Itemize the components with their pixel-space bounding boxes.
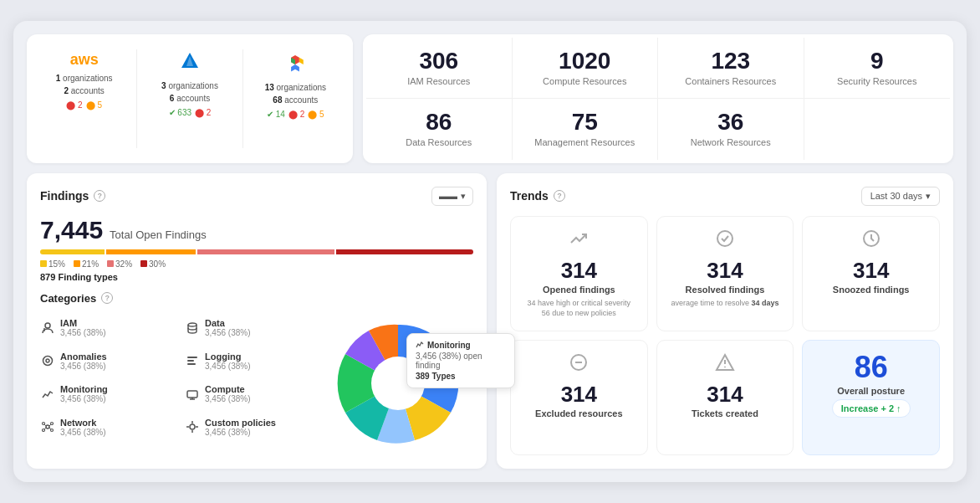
trends-help-icon[interactable]: ? bbox=[554, 190, 565, 202]
aws-orgs: 1 organizations2 accounts bbox=[56, 72, 113, 97]
custom-cat-name: Custom policies bbox=[205, 418, 316, 428]
findings-bar bbox=[40, 249, 473, 254]
iam-cat-name: IAM bbox=[60, 318, 171, 328]
trend-excluded: 314 Excluded resources bbox=[510, 340, 648, 455]
total-findings-row: 7,445 Total Open Findings bbox=[40, 216, 473, 244]
resource-iam: 306 IAM Resources bbox=[366, 38, 513, 99]
bar-chart-icon: ▬▬ bbox=[439, 191, 457, 201]
snoozed-num: 314 bbox=[853, 259, 889, 281]
cat-monitoring: Monitoring 3,456 (38%) bbox=[40, 379, 171, 409]
cat-network: Network 3,456 (38%) bbox=[40, 412, 171, 442]
svg-point-6 bbox=[46, 359, 49, 362]
categories-title: Categories ? bbox=[40, 292, 473, 305]
top-section: aws 1 organizations2 accounts ⬤ 2 ⬤ 5 bbox=[27, 34, 953, 163]
monitoring-cat-name: Monitoring bbox=[60, 384, 171, 394]
data-cat-count: 3,456 (38%) bbox=[205, 328, 316, 337]
network-cat-name: Network bbox=[60, 418, 171, 428]
bar-orange bbox=[106, 249, 197, 254]
increase-text: Increase + 2 ↑ bbox=[841, 403, 901, 413]
date-filter-label: Last 30 days bbox=[870, 191, 922, 201]
compute-cat-name: Compute bbox=[205, 384, 316, 394]
excluded-num: 314 bbox=[561, 383, 597, 405]
svg-line-21 bbox=[49, 428, 51, 429]
gcp-badge-orange: ⬤ 5 bbox=[308, 110, 324, 119]
compute-cat-count: 3,456 (38%) bbox=[205, 394, 316, 403]
cat-logging: Logging 3,456 (38%) bbox=[185, 346, 316, 376]
compute-info: Compute 3,456 (38%) bbox=[205, 384, 316, 403]
legend-red-dark: 30% bbox=[140, 259, 166, 269]
bar-red-light bbox=[197, 249, 334, 254]
anomalies-info: Anomalies 3,456 (38%) bbox=[60, 352, 171, 371]
network-cat-count: 3,456 (38%) bbox=[60, 428, 171, 437]
legend-red-light: 32% bbox=[107, 259, 132, 269]
resource-data: 86 Data Resources bbox=[366, 99, 513, 160]
containers-num: 123 bbox=[711, 49, 750, 73]
opened-label: Opened findings bbox=[543, 285, 615, 295]
azure-badge-green: ✔ 633 bbox=[169, 108, 191, 117]
dashboard: aws 1 organizations2 accounts ⬤ 2 ⬤ 5 bbox=[13, 21, 967, 482]
cloud-providers-panel: aws 1 organizations2 accounts ⬤ 2 ⬤ 5 bbox=[27, 34, 353, 163]
bar-legend: 15% 21% 32% 30% bbox=[40, 259, 473, 269]
network-label: Network Resources bbox=[691, 137, 771, 147]
findings-title: Findings bbox=[40, 189, 89, 203]
posture-label: Overall posture bbox=[837, 386, 905, 396]
monitoring-icon bbox=[40, 387, 55, 402]
trending-up-icon bbox=[569, 228, 589, 253]
trend-snoozed: 314 Snoozed findings bbox=[802, 216, 940, 331]
legend-yellow: 15% bbox=[40, 259, 65, 269]
iam-icon bbox=[40, 321, 55, 336]
logging-icon bbox=[185, 353, 200, 368]
gcp-orgs: 13 organizations68 accounts bbox=[265, 81, 326, 106]
minus-circle-icon bbox=[569, 352, 589, 377]
trend-tickets: 314 Tickets created bbox=[656, 340, 794, 455]
finding-types-num: 879 bbox=[40, 272, 55, 282]
iam-info: IAM 3,456 (38%) bbox=[60, 318, 171, 337]
network-info: Network 3,456 (38%) bbox=[60, 418, 171, 437]
anomalies-cat-name: Anomalies bbox=[60, 352, 171, 362]
cat-compute: Compute 3,456 (38%) bbox=[185, 379, 316, 409]
monitoring-cat-count: 3,456 (38%) bbox=[60, 394, 171, 403]
date-filter-button[interactable]: Last 30 days ▾ bbox=[861, 187, 940, 206]
legend-orange: 21% bbox=[74, 259, 99, 269]
svg-rect-9 bbox=[187, 363, 196, 365]
gcp-badge-red: ⬤ 2 bbox=[288, 110, 304, 119]
chevron-down-icon: ▾ bbox=[926, 191, 931, 202]
management-label: Management Resources bbox=[534, 137, 635, 147]
finding-types: 879 Finding types bbox=[40, 272, 473, 282]
categories-section: Categories ? IAM 3,456 (38%) bbox=[40, 292, 473, 450]
svg-line-20 bbox=[44, 428, 46, 429]
categories-help-icon[interactable]: ? bbox=[101, 292, 113, 304]
cat-anomalies: Anomalies 3,456 (38%) bbox=[40, 346, 171, 376]
findings-help-icon[interactable]: ? bbox=[94, 190, 105, 202]
findings-actions: ▬▬ ▾ bbox=[431, 187, 473, 206]
findings-panel: Findings ? ▬▬ ▾ 7,445 Total Open Finding… bbox=[27, 173, 487, 469]
gcp-logo bbox=[283, 51, 307, 78]
svg-point-5 bbox=[43, 357, 53, 366]
logging-cat-name: Logging bbox=[205, 352, 316, 362]
findings-total-num: 7,445 bbox=[40, 216, 103, 244]
svg-rect-10 bbox=[187, 391, 197, 398]
cat-iam: IAM 3,456 (38%) bbox=[40, 313, 171, 343]
divider-2 bbox=[242, 49, 243, 148]
chart-toggle-button[interactable]: ▬▬ ▾ bbox=[431, 187, 473, 206]
divider-1 bbox=[136, 49, 137, 148]
gcp-badge-green: ✔ 14 bbox=[267, 110, 285, 119]
pie-tooltip: Monitoring 3,456 (38%) open finding 389 … bbox=[406, 333, 515, 388]
svg-line-18 bbox=[44, 424, 46, 426]
data-icon bbox=[185, 321, 200, 336]
resource-management: 75 Management Resources bbox=[513, 99, 659, 160]
anomalies-cat-count: 3,456 (38%) bbox=[60, 362, 171, 371]
monitoring-info: Monitoring 3,456 (38%) bbox=[60, 384, 171, 403]
trend-opened: 314 Opened findings 34 have high or crit… bbox=[510, 216, 648, 331]
aws-badge-red: ⬤ 2 bbox=[66, 100, 82, 110]
resolved-label: Resolved findings bbox=[686, 285, 765, 295]
azure-badges: ✔ 633 ⬤ 2 bbox=[169, 108, 212, 117]
resource-security: 9 Security Resources bbox=[804, 38, 951, 99]
tickets-num: 314 bbox=[707, 383, 743, 405]
trend-posture: 86 Overall posture Increase + 2 ↑ bbox=[802, 340, 940, 455]
opened-sub: 34 have high or critical severity56 due … bbox=[528, 298, 631, 319]
trends-title: Trends bbox=[510, 189, 549, 203]
trends-grid: 314 Opened findings 34 have high or crit… bbox=[510, 216, 940, 455]
snoozed-label: Snoozed findings bbox=[833, 285, 910, 295]
resource-compute: 1020 Compute Resources bbox=[513, 38, 659, 99]
